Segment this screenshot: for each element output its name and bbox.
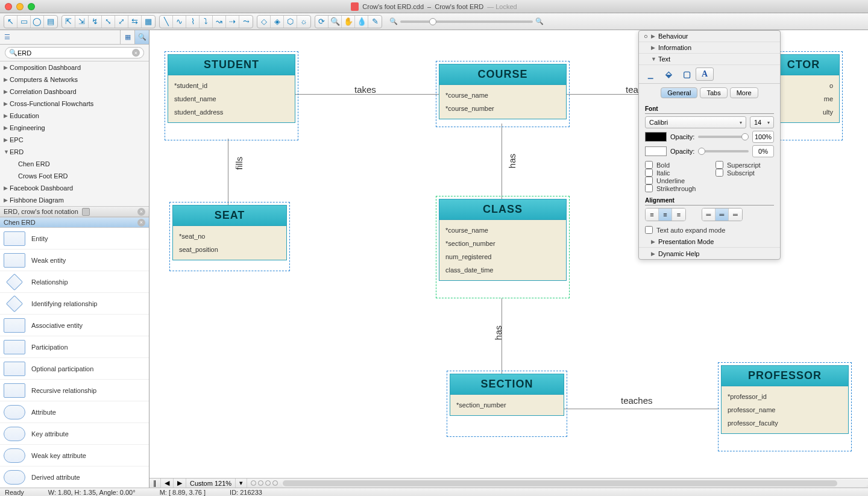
stencil-recursive-relationship[interactable]: Recursive relationship: [0, 380, 149, 401]
stencil-group-header-active[interactable]: Chen ERD ×: [0, 217, 149, 228]
entity-professor[interactable]: PROFESSOR *professor_id professor_name p…: [721, 365, 849, 434]
inspector-group-information[interactable]: ▶Information: [639, 42, 780, 54]
zoom-tool[interactable]: 🔍: [329, 16, 342, 28]
font-family-dropdown[interactable]: Calibri▾: [645, 116, 746, 128]
tree-item[interactable]: ▶Correlation Dashboard: [0, 86, 149, 98]
insp-tool-underline[interactable]: ⎯: [641, 67, 659, 81]
align-left-button[interactable]: ≡: [646, 209, 659, 221]
line-tool-2[interactable]: ∿: [173, 16, 186, 28]
tree-item[interactable]: ▶Composition Dashboard: [0, 61, 149, 74]
rect-tool[interactable]: ▭: [17, 16, 31, 28]
line-tool-4[interactable]: ⤵: [200, 16, 213, 28]
zoom-out-icon[interactable]: 🔍: [389, 17, 398, 25]
stencil-optional-participation[interactable]: Optional participation: [0, 358, 149, 380]
shape-tool-1[interactable]: ◇: [257, 16, 271, 28]
line-tool-1[interactable]: ╲: [160, 16, 173, 28]
text-opacity-slider[interactable]: [698, 136, 749, 138]
check-subscript[interactable]: Subscript: [715, 169, 774, 177]
entity-class[interactable]: CLASS *course_name *section_number num_r…: [439, 199, 567, 281]
eyedropper-tool[interactable]: 💧: [355, 16, 368, 28]
font-size-dropdown[interactable]: 14▾: [750, 116, 774, 128]
bg-color-swatch[interactable]: [645, 146, 667, 156]
hand-tool[interactable]: ✋: [342, 16, 355, 28]
align-center-button[interactable]: ≡: [659, 209, 672, 221]
sidebar-tab-search[interactable]: 🔍: [134, 30, 149, 44]
connector-tool-4[interactable]: ⤡: [102, 16, 115, 28]
tree-item[interactable]: ▶Fishbone Diagram: [0, 194, 149, 206]
connector-tool-2[interactable]: ⇲: [75, 16, 89, 28]
align-right-button[interactable]: ≡: [672, 209, 685, 221]
page-dot[interactable]: [251, 480, 256, 486]
tree-item-erd[interactable]: ▼ERD: [0, 146, 149, 158]
page-dot[interactable]: [258, 480, 263, 486]
insp-tool-font[interactable]: A: [696, 67, 714, 81]
connector-tool-6[interactable]: ⇆: [128, 16, 142, 28]
check-italic[interactable]: Italic: [645, 169, 703, 177]
canvas-area[interactable]: takes fills has has teaches teac STUDENT…: [149, 30, 868, 488]
zoom-dropdown-icon[interactable]: ▾: [236, 479, 247, 488]
text-color-swatch[interactable]: [645, 132, 667, 142]
inspector-panel[interactable]: ○▶Behaviour ▶Information ▼Text ⎯ ⬙ ▢ A G…: [638, 30, 781, 260]
stencil-relationship[interactable]: Relationship: [0, 271, 149, 293]
insp-tab-general[interactable]: General: [661, 87, 697, 98]
stencil-weak-key-attribute[interactable]: Weak key attribute: [0, 445, 149, 466]
check-auto-expand[interactable]: Text auto expand mode: [645, 226, 774, 234]
zoom-slider[interactable]: 🔍 🔍: [389, 17, 544, 25]
line-tool-5[interactable]: ↝: [213, 16, 226, 28]
insp-presentation-mode[interactable]: ▶Presentation Mode: [639, 236, 780, 248]
connector-tool-3[interactable]: ↯: [89, 16, 102, 28]
tree-item-chen-erd[interactable]: Chen ERD: [0, 158, 149, 170]
zoom-in-icon[interactable]: 🔍: [535, 17, 544, 25]
line-tool-7[interactable]: ⤳: [239, 16, 253, 28]
check-underline[interactable]: Underline: [645, 177, 703, 184]
sidebar-tab-grid[interactable]: ▦: [120, 30, 134, 44]
valign-top-button[interactable]: ═: [702, 209, 715, 221]
tree-item[interactable]: ▶Engineering: [0, 122, 149, 134]
tree-item[interactable]: ▶Facebook Dashboard: [0, 182, 149, 194]
stencil-key-attribute[interactable]: Key attribute: [0, 423, 149, 445]
stencil-participation[interactable]: Participation: [0, 336, 149, 358]
clear-search-button[interactable]: ×: [132, 49, 140, 57]
insp-tool-fill[interactable]: ⬙: [659, 67, 678, 81]
stencil-entity[interactable]: Entity: [0, 228, 149, 250]
page-next-icon[interactable]: ▶: [174, 479, 186, 488]
zoom-readout[interactable]: Custom 121%: [186, 479, 236, 488]
shape-tool-4[interactable]: ☼: [297, 16, 310, 28]
line-tool-3[interactable]: ⌇: [186, 16, 200, 28]
library-search-input[interactable]: 🔍 ×: [5, 47, 144, 58]
check-strikethrough[interactable]: Strikethrough: [645, 184, 703, 192]
stencil-identifying-relationship[interactable]: Identifying relationship: [0, 293, 149, 315]
shape-tool-3[interactable]: ⬡: [284, 16, 297, 28]
inspector-group-behaviour[interactable]: ○▶Behaviour: [639, 31, 780, 42]
hscrollbar[interactable]: [281, 480, 868, 487]
check-bold[interactable]: Bold: [645, 161, 703, 169]
valign-bottom-button[interactable]: ═: [729, 209, 742, 221]
shape-tool-2[interactable]: ◈: [271, 16, 284, 28]
page-pause-icon[interactable]: ‖: [149, 479, 161, 488]
text-opacity-value[interactable]: 100%: [752, 131, 774, 143]
page-prev-icon[interactable]: ◀: [161, 479, 174, 488]
tree-item[interactable]: ▶EPC: [0, 134, 149, 146]
tree-item[interactable]: ▶Education: [0, 110, 149, 122]
insp-tab-tabs[interactable]: Tabs: [700, 87, 727, 98]
entity-seat[interactable]: SEAT *seat_no seat_position: [172, 205, 287, 260]
check-superscript[interactable]: Superscript: [715, 161, 774, 169]
close-stencil-icon[interactable]: ×: [137, 208, 145, 216]
sidebar-tab-tree[interactable]: ☰: [0, 30, 14, 44]
entity-section[interactable]: SECTION *section_number: [450, 374, 564, 416]
conn-fills[interactable]: [228, 139, 228, 205]
connector-tool-7[interactable]: ▦: [142, 16, 155, 28]
stencil-attribute[interactable]: Attribute: [0, 401, 149, 423]
save-stencil-icon[interactable]: [82, 208, 90, 216]
stencil-weak-entity[interactable]: Weak entity: [0, 250, 149, 271]
entity-course[interactable]: COURSE *course_name *course_number: [439, 64, 567, 119]
tree-item[interactable]: ▶Cross-Functional Flowcharts: [0, 98, 149, 110]
pencil-tool[interactable]: ✎: [368, 16, 382, 28]
page-dot[interactable]: [272, 480, 278, 486]
valign-middle-button[interactable]: ═: [715, 209, 729, 221]
bg-opacity-slider[interactable]: [698, 150, 749, 152]
close-stencil-icon[interactable]: ×: [137, 219, 145, 227]
conn-has1[interactable]: [502, 124, 502, 199]
bg-opacity-value[interactable]: 0%: [752, 145, 774, 157]
insp-tab-more[interactable]: More: [730, 87, 758, 98]
